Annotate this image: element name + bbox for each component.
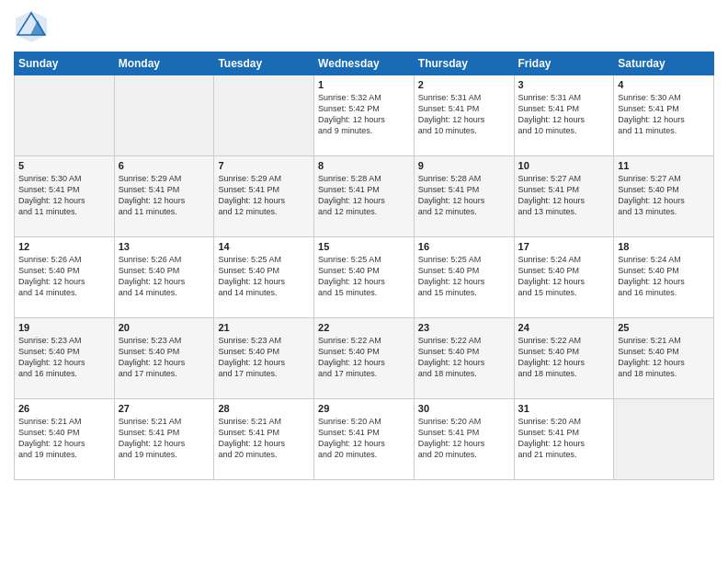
day-detail: Sunrise: 5:23 AM Sunset: 5:40 PM Dayligh…	[119, 335, 210, 380]
day-detail: Sunrise: 5:22 AM Sunset: 5:40 PM Dayligh…	[518, 335, 610, 380]
day-detail: Sunrise: 5:25 AM Sunset: 5:40 PM Dayligh…	[218, 254, 310, 299]
day-cell: 16Sunrise: 5:25 AM Sunset: 5:40 PM Dayli…	[414, 237, 514, 318]
day-number: 31	[518, 403, 610, 414]
day-detail: Sunrise: 5:30 AM Sunset: 5:41 PM Dayligh…	[618, 92, 710, 137]
header-saturday: Saturday	[614, 52, 714, 75]
header	[14, 9, 714, 44]
day-cell: 10Sunrise: 5:27 AM Sunset: 5:41 PM Dayli…	[514, 156, 614, 237]
day-cell: 20Sunrise: 5:23 AM Sunset: 5:40 PM Dayli…	[114, 318, 214, 399]
day-detail: Sunrise: 5:27 AM Sunset: 5:40 PM Dayligh…	[618, 173, 710, 218]
day-cell	[15, 75, 115, 156]
day-number: 5	[18, 160, 110, 171]
day-number: 1	[318, 79, 410, 90]
day-number: 7	[218, 160, 310, 171]
day-detail: Sunrise: 5:20 AM Sunset: 5:41 PM Dayligh…	[418, 416, 510, 461]
day-cell: 21Sunrise: 5:23 AM Sunset: 5:40 PM Dayli…	[214, 318, 314, 399]
day-detail: Sunrise: 5:23 AM Sunset: 5:40 PM Dayligh…	[18, 335, 110, 380]
day-detail: Sunrise: 5:20 AM Sunset: 5:41 PM Dayligh…	[518, 416, 610, 461]
day-detail: Sunrise: 5:23 AM Sunset: 5:40 PM Dayligh…	[218, 335, 310, 380]
calendar-body: 1Sunrise: 5:32 AM Sunset: 5:42 PM Daylig…	[15, 75, 714, 480]
day-number: 19	[18, 322, 110, 333]
day-detail: Sunrise: 5:20 AM Sunset: 5:41 PM Dayligh…	[318, 416, 410, 461]
day-number: 13	[119, 241, 210, 252]
day-cell: 25Sunrise: 5:21 AM Sunset: 5:40 PM Dayli…	[614, 318, 714, 399]
day-number: 3	[518, 79, 610, 90]
day-cell: 18Sunrise: 5:24 AM Sunset: 5:40 PM Dayli…	[614, 237, 714, 318]
day-number: 17	[518, 241, 610, 252]
header-tuesday: Tuesday	[214, 52, 314, 75]
day-detail: Sunrise: 5:28 AM Sunset: 5:41 PM Dayligh…	[418, 173, 510, 218]
logo-icon	[14, 9, 49, 44]
day-cell: 28Sunrise: 5:21 AM Sunset: 5:41 PM Dayli…	[214, 399, 314, 480]
day-number: 10	[518, 160, 610, 171]
day-number: 30	[418, 403, 510, 414]
header-thursday: Thursday	[414, 52, 514, 75]
day-number: 29	[318, 403, 410, 414]
day-cell: 22Sunrise: 5:22 AM Sunset: 5:40 PM Dayli…	[314, 318, 415, 399]
header-wednesday: Wednesday	[314, 52, 415, 75]
day-detail: Sunrise: 5:31 AM Sunset: 5:41 PM Dayligh…	[418, 92, 510, 137]
day-detail: Sunrise: 5:31 AM Sunset: 5:41 PM Dayligh…	[518, 92, 610, 137]
day-cell: 17Sunrise: 5:24 AM Sunset: 5:40 PM Dayli…	[514, 237, 614, 318]
day-number: 26	[18, 403, 110, 414]
day-cell: 9Sunrise: 5:28 AM Sunset: 5:41 PM Daylig…	[414, 156, 514, 237]
week-row-4: 19Sunrise: 5:23 AM Sunset: 5:40 PM Dayli…	[15, 318, 714, 399]
day-number: 2	[418, 79, 510, 90]
day-number: 18	[618, 241, 710, 252]
day-cell: 11Sunrise: 5:27 AM Sunset: 5:40 PM Dayli…	[614, 156, 714, 237]
day-number: 22	[318, 322, 410, 333]
day-cell: 23Sunrise: 5:22 AM Sunset: 5:40 PM Dayli…	[414, 318, 514, 399]
day-cell: 31Sunrise: 5:20 AM Sunset: 5:41 PM Dayli…	[514, 399, 614, 480]
day-cell: 19Sunrise: 5:23 AM Sunset: 5:40 PM Dayli…	[15, 318, 115, 399]
day-detail: Sunrise: 5:28 AM Sunset: 5:41 PM Dayligh…	[318, 173, 410, 218]
logo	[14, 9, 52, 44]
day-detail: Sunrise: 5:22 AM Sunset: 5:40 PM Dayligh…	[318, 335, 410, 380]
header-monday: Monday	[114, 52, 214, 75]
day-cell: 27Sunrise: 5:21 AM Sunset: 5:41 PM Dayli…	[114, 399, 214, 480]
day-detail: Sunrise: 5:27 AM Sunset: 5:41 PM Dayligh…	[518, 173, 610, 218]
day-detail: Sunrise: 5:25 AM Sunset: 5:40 PM Dayligh…	[418, 254, 510, 299]
svg-marker-0	[16, 11, 47, 42]
day-cell: 29Sunrise: 5:20 AM Sunset: 5:41 PM Dayli…	[314, 399, 415, 480]
day-detail: Sunrise: 5:21 AM Sunset: 5:41 PM Dayligh…	[119, 416, 210, 461]
day-detail: Sunrise: 5:24 AM Sunset: 5:40 PM Dayligh…	[618, 254, 710, 299]
day-number: 15	[318, 241, 410, 252]
day-cell: 8Sunrise: 5:28 AM Sunset: 5:41 PM Daylig…	[314, 156, 415, 237]
day-detail: Sunrise: 5:22 AM Sunset: 5:40 PM Dayligh…	[418, 335, 510, 380]
day-number: 8	[318, 160, 410, 171]
day-cell	[214, 75, 314, 156]
week-row-3: 12Sunrise: 5:26 AM Sunset: 5:40 PM Dayli…	[15, 237, 714, 318]
day-cell: 15Sunrise: 5:25 AM Sunset: 5:40 PM Dayli…	[314, 237, 415, 318]
day-number: 24	[518, 322, 610, 333]
page: Sunday Monday Tuesday Wednesday Thursday…	[0, 0, 728, 563]
day-number: 23	[418, 322, 510, 333]
day-number: 25	[618, 322, 710, 333]
day-detail: Sunrise: 5:21 AM Sunset: 5:40 PM Dayligh…	[18, 416, 110, 461]
week-row-1: 1Sunrise: 5:32 AM Sunset: 5:42 PM Daylig…	[15, 75, 714, 156]
day-detail: Sunrise: 5:26 AM Sunset: 5:40 PM Dayligh…	[119, 254, 210, 299]
day-detail: Sunrise: 5:21 AM Sunset: 5:41 PM Dayligh…	[218, 416, 310, 461]
day-cell: 5Sunrise: 5:30 AM Sunset: 5:41 PM Daylig…	[15, 156, 115, 237]
day-cell: 6Sunrise: 5:29 AM Sunset: 5:41 PM Daylig…	[114, 156, 214, 237]
week-row-5: 26Sunrise: 5:21 AM Sunset: 5:40 PM Dayli…	[15, 399, 714, 480]
day-cell: 4Sunrise: 5:30 AM Sunset: 5:41 PM Daylig…	[614, 75, 714, 156]
day-cell: 24Sunrise: 5:22 AM Sunset: 5:40 PM Dayli…	[514, 318, 614, 399]
day-number: 20	[119, 322, 210, 333]
day-number: 16	[418, 241, 510, 252]
day-detail: Sunrise: 5:30 AM Sunset: 5:41 PM Dayligh…	[18, 173, 110, 218]
day-detail: Sunrise: 5:26 AM Sunset: 5:40 PM Dayligh…	[18, 254, 110, 299]
calendar-header: Sunday Monday Tuesday Wednesday Thursday…	[15, 52, 714, 75]
day-cell: 13Sunrise: 5:26 AM Sunset: 5:40 PM Dayli…	[114, 237, 214, 318]
day-detail: Sunrise: 5:32 AM Sunset: 5:42 PM Dayligh…	[318, 92, 410, 137]
header-row: Sunday Monday Tuesday Wednesday Thursday…	[15, 52, 714, 75]
day-cell	[114, 75, 214, 156]
header-sunday: Sunday	[15, 52, 115, 75]
day-number: 12	[18, 241, 110, 252]
calendar-table: Sunday Monday Tuesday Wednesday Thursday…	[14, 52, 714, 480]
day-cell: 12Sunrise: 5:26 AM Sunset: 5:40 PM Dayli…	[15, 237, 115, 318]
day-detail: Sunrise: 5:25 AM Sunset: 5:40 PM Dayligh…	[318, 254, 410, 299]
day-cell: 14Sunrise: 5:25 AM Sunset: 5:40 PM Dayli…	[214, 237, 314, 318]
day-number: 11	[618, 160, 710, 171]
day-detail: Sunrise: 5:29 AM Sunset: 5:41 PM Dayligh…	[119, 173, 210, 218]
day-number: 4	[618, 79, 710, 90]
